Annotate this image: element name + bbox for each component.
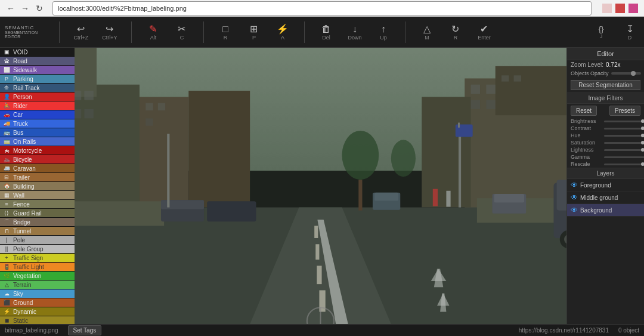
- undo-button[interactable]: ↩ Ctrl+Z: [72, 23, 91, 41]
- sidebar-item-truck[interactable]: 🚚Truck: [0, 119, 75, 128]
- sidebar-item-bus[interactable]: 🚌Bus: [0, 128, 75, 137]
- status-url: https://blog.csdn.net/r1141207831: [519, 327, 609, 334]
- sidebar-icon: 🏠: [2, 182, 11, 190]
- filter-buttons-row: Reset Presets: [567, 104, 644, 118]
- sidebar-icon: ◼: [2, 316, 11, 324]
- sidebar-item-trailer[interactable]: ⊟Trailer: [0, 173, 75, 182]
- sidebar-item-sidewalk[interactable]: ⬜Sidewalk: [0, 66, 75, 75]
- sidebar-item-bridge[interactable]: ⌒Bridge: [0, 218, 75, 227]
- move-down-button[interactable]: ↓ Down: [345, 24, 364, 41]
- address-bar[interactable]: localhost:3000/edit/%2Fbitmap_labeling.p…: [52, 1, 592, 16]
- filter-slider-saturation[interactable]: [604, 142, 644, 144]
- sidebar-icon: ☁: [2, 289, 11, 298]
- sidebar-item-rail-track[interactable]: ⟰Rail Track: [0, 84, 75, 93]
- sidebar-item-wall[interactable]: ▦Wall: [0, 191, 75, 200]
- layer-label: Middle ground: [580, 195, 618, 201]
- sidebar-label: Parking: [13, 76, 72, 82]
- chrome-bar: ← → ↻ localhost:3000/edit/%2Fbitmap_labe…: [0, 0, 644, 17]
- sidebar-icon: ⬛: [2, 298, 11, 307]
- layer-item-middle-ground[interactable]: 👁Middle ground: [567, 192, 644, 204]
- sidebar-label: Traffic Sign: [13, 255, 72, 261]
- canvas-area[interactable]: [75, 48, 566, 324]
- sidebar-item-on-rails[interactable]: 🚃On Rails: [0, 137, 75, 146]
- sidebar-icon: 🚲: [2, 155, 11, 164]
- sidebar-icon: ⌒: [2, 218, 11, 226]
- opacity-slider[interactable]: [611, 72, 641, 75]
- layer-visibility-icon[interactable]: 👁: [571, 181, 578, 189]
- filter-slider-rescale[interactable]: [604, 164, 644, 165]
- sidebar-item-void[interactable]: ▣VOID: [0, 48, 75, 57]
- toolbar: SEMANTIC SEGMENTATION EDITOR ↩ Ctrl+Z ↪ …: [0, 17, 644, 48]
- sidebar-item-dynamic[interactable]: ⚡Dynamic: [0, 307, 75, 316]
- redo-button[interactable]: ↪ Ctrl+Y: [100, 23, 119, 41]
- rotate-button[interactable]: ↻ R: [446, 23, 465, 41]
- cut-key: C: [180, 35, 184, 41]
- sidebar-label: Pole Group: [13, 246, 72, 252]
- sidebar-item-pole[interactable]: |Pole: [0, 236, 75, 245]
- auto-button[interactable]: ⚡ A: [273, 23, 292, 41]
- sidebar-item-bicycle[interactable]: 🚲Bicycle: [0, 155, 75, 164]
- rect-button[interactable]: □ R: [216, 24, 235, 41]
- toolbar-sep-4: [304, 21, 305, 43]
- cut-button[interactable]: ✂ C: [172, 23, 191, 41]
- move-up-button[interactable]: ↑ Up: [374, 24, 393, 41]
- sidebar-label: Car: [13, 112, 72, 118]
- logo-title: SEMANTIC: [5, 25, 38, 30]
- sidebar-item-tunnel[interactable]: ⊓Tunnel: [0, 227, 75, 236]
- opacity-label: Objects Opacity: [571, 70, 609, 76]
- forward-button[interactable]: →: [19, 2, 31, 14]
- sidebar-item-road[interactable]: 🛣Road: [0, 57, 75, 66]
- sidebar-item-fence[interactable]: ≡Fence: [0, 200, 75, 209]
- polygon-icon: ⊞: [250, 23, 258, 35]
- sidebar-item-traffic-light[interactable]: 🚦Traffic Light: [0, 263, 75, 272]
- sidebar-item-caravan[interactable]: 🚐Caravan: [0, 164, 75, 173]
- filter-presets-button[interactable]: Presets: [609, 106, 640, 116]
- json-button[interactable]: {} J: [592, 24, 611, 39]
- delete-button[interactable]: 🗑 Del: [317, 24, 336, 41]
- layer-item-foreground[interactable]: 👁Foreground: [567, 179, 644, 192]
- set-tags-button[interactable]: Set Tags: [68, 325, 102, 335]
- refresh-button[interactable]: ↻: [33, 2, 45, 14]
- filter-reset-button[interactable]: Reset: [571, 106, 597, 116]
- confirm-button[interactable]: ✔ Enter: [475, 23, 494, 41]
- download-icon: ↧: [626, 23, 634, 35]
- sidebar-item-car[interactable]: 🚗Car: [0, 110, 75, 119]
- sidebar-item-person[interactable]: 👤Person: [0, 93, 75, 101]
- sidebar-label: Traffic Light: [13, 264, 72, 270]
- draw-key: Alt: [150, 35, 157, 41]
- filter-slider-lightness[interactable]: [604, 149, 644, 151]
- move-up-icon: ↑: [381, 24, 386, 35]
- sidebar-item-vegetation[interactable]: 🌿Vegetation: [0, 272, 75, 280]
- layer-item-background[interactable]: 👁Background: [567, 204, 644, 217]
- sidebar-item-traffic-sign[interactable]: +Traffic Sign: [0, 254, 75, 263]
- sidebar-item-pole-group[interactable]: ||Pole Group: [0, 245, 75, 254]
- sidebar-item-ground[interactable]: ⬛Ground: [0, 298, 75, 307]
- filter-slider-gamma[interactable]: [604, 156, 644, 158]
- sidebar-item-static[interactable]: ◼Static: [0, 316, 75, 324]
- filter-row-brightness: Brightness: [567, 118, 644, 125]
- sidebar-item-motorcycle[interactable]: 🏍Motorcycle: [0, 146, 75, 155]
- url-text: localhost:3000/edit/%2Fbitmap_labeling.p…: [58, 5, 187, 12]
- move-button[interactable]: △ M: [417, 23, 436, 41]
- sidebar-item-building[interactable]: 🏠Building: [0, 182, 75, 191]
- draw-button[interactable]: ✎ Alt: [144, 23, 163, 41]
- filter-row-lightness: Lightness: [567, 146, 644, 153]
- sidebar-item-sky[interactable]: ☁Sky: [0, 289, 75, 298]
- layer-visibility-icon[interactable]: 👁: [571, 193, 578, 202]
- editor-title: Editor: [567, 48, 644, 60]
- back-button[interactable]: ←: [5, 2, 17, 14]
- sidebar-item-rider[interactable]: 🚴Rider: [0, 101, 75, 110]
- layer-visibility-icon[interactable]: 👁: [571, 206, 578, 214]
- download-button[interactable]: ↧ D: [620, 23, 639, 41]
- filter-slider-hue[interactable]: [604, 135, 644, 137]
- layer-label: Background: [580, 207, 612, 214]
- sidebar-item-parking[interactable]: PParking: [0, 75, 75, 84]
- undo-key: Ctrl+Z: [74, 35, 89, 41]
- reset-segmentation-button[interactable]: Reset Segmentation: [571, 80, 640, 90]
- sidebar-item-guard-rail[interactable]: ⟨⟩Guard Rail: [0, 209, 75, 218]
- filter-slider-contrast[interactable]: [604, 128, 644, 130]
- filter-label-6: Rescale: [571, 161, 602, 167]
- filter-slider-brightness[interactable]: [604, 121, 644, 122]
- polygon-button[interactable]: ⊞ P: [244, 23, 264, 41]
- sidebar-item-terrain[interactable]: △Terrain: [0, 280, 75, 289]
